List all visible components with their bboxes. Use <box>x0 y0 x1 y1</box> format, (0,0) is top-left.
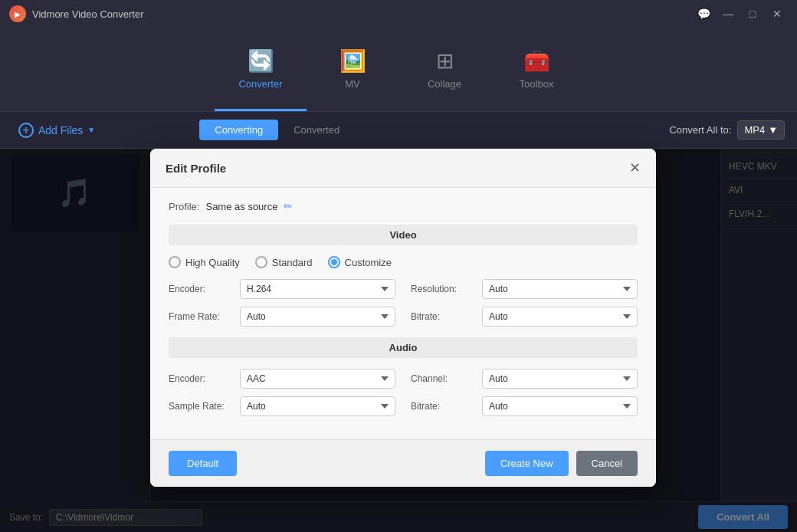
profile-value: Same as source <box>205 201 277 212</box>
frame-rate-label: Frame Rate: <box>169 311 234 322</box>
resolution-row: Resolution: Auto <box>411 279 638 299</box>
nav-label-collage: Collage <box>428 78 461 90</box>
app-title: Vidmore Video Converter <box>32 8 144 20</box>
nav-item-toolbox[interactable]: 🧰 Toolbox <box>490 34 582 111</box>
footer-right: Create New Cancel <box>485 451 638 476</box>
frame-rate-select[interactable]: Auto <box>240 307 395 327</box>
default-button[interactable]: Default <box>169 451 237 476</box>
cancel-button[interactable]: Cancel <box>576 451 638 476</box>
profile-label: Profile: <box>169 201 199 212</box>
resolution-label: Resolution: <box>411 284 476 294</box>
add-files-dropdown-icon[interactable]: ▼ <box>87 126 95 134</box>
frame-rate-row: Frame Rate: Auto <box>169 307 395 327</box>
audio-bitrate-select[interactable]: Auto <box>482 396 638 416</box>
quality-customize[interactable]: Customize <box>328 256 392 268</box>
nav-item-converter[interactable]: 🔄 Converter <box>215 34 307 111</box>
profile-row: Profile: Same as source ✏ <box>169 200 638 212</box>
edit-profile-icon[interactable]: ✏ <box>284 200 293 212</box>
modal-close-button[interactable]: ✕ <box>629 159 641 176</box>
audio-bitrate-label: Bitrate: <box>411 401 476 412</box>
toolbox-icon: 🧰 <box>523 48 550 74</box>
close-button[interactable]: ✕ <box>766 5 788 22</box>
tab-group: Converting Converted <box>199 120 355 140</box>
title-bar: ▶ Vidmore Video Converter 💬 — □ ✕ <box>0 0 797 28</box>
add-files-label: Add Files <box>38 124 83 136</box>
nav-item-collage[interactable]: ⊞ Collage <box>398 34 490 111</box>
mv-icon: 🖼️ <box>339 48 366 74</box>
sample-rate-label: Sample Rate: <box>169 401 234 412</box>
sample-rate-row: Sample Rate: Auto <box>169 396 395 416</box>
quality-high[interactable]: High Quality <box>169 256 240 268</box>
quality-standard[interactable]: Standard <box>255 256 313 268</box>
video-encoder-row: Encoder: H.264 <box>169 279 395 299</box>
radio-customize-inner <box>331 259 337 265</box>
format-dropdown-icon: ▼ <box>768 124 778 136</box>
create-new-button[interactable]: Create New <box>485 451 569 476</box>
main-content: 🎵 :45 MP4 ▼ ℹ 📹 720P Encoder: H.264 Reso… <box>0 149 797 532</box>
chat-button[interactable]: 💬 <box>693 5 714 22</box>
video-section-title: Video <box>169 225 638 245</box>
modal-overlay: Edit Profile ✕ Profile: Same as source ✏… <box>0 149 797 532</box>
plus-icon: + <box>18 123 34 138</box>
audio-encoder-row: Encoder: AAC <box>169 369 395 389</box>
convert-all-label: Convert All to: <box>669 124 731 136</box>
edit-profile-modal: Edit Profile ✕ Profile: Same as source ✏… <box>150 149 656 487</box>
quality-options: High Quality Standard Customize <box>169 256 638 268</box>
radio-high <box>169 256 181 268</box>
sample-rate-select[interactable]: Auto <box>240 396 395 416</box>
video-bitrate-label: Bitrate: <box>411 311 476 322</box>
nav-item-mv[interactable]: 🖼️ MV <box>307 34 398 111</box>
minimize-button[interactable]: — <box>717 5 739 22</box>
radio-standard <box>255 256 267 268</box>
quality-customize-label: Customize <box>345 257 392 268</box>
audio-bitrate-row: Bitrate: Auto <box>411 396 638 416</box>
channel-row: Channel: Auto <box>411 369 638 389</box>
nav-bar: 🔄 Converter 🖼️ MV ⊞ Collage 🧰 Toolbox <box>0 28 797 112</box>
modal-header: Edit Profile ✕ <box>150 149 656 188</box>
modal-title: Edit Profile <box>166 162 226 175</box>
radio-customize <box>328 256 340 268</box>
video-bitrate-select[interactable]: Auto <box>482 307 638 327</box>
resolution-select[interactable]: Auto <box>482 279 638 299</box>
format-select[interactable]: MP4 ▼ <box>737 120 785 140</box>
audio-form-grid: Encoder: AAC Channel: Auto Sample Rate: <box>169 369 638 416</box>
add-files-button[interactable]: + Add Files ▼ <box>12 120 101 141</box>
channel-label: Channel: <box>411 373 476 384</box>
maximize-button[interactable]: □ <box>742 5 763 22</box>
video-form-grid: Encoder: H.264 Resolution: Auto Frame Ra… <box>169 279 638 327</box>
tab-converted[interactable]: Converted <box>278 120 355 140</box>
audio-section-title: Audio <box>169 337 638 358</box>
tab-converting[interactable]: Converting <box>199 120 278 140</box>
quality-high-label: High Quality <box>185 257 240 268</box>
audio-encoder-select[interactable]: AAC <box>240 369 395 389</box>
modal-footer: Default Create New Cancel <box>150 439 656 487</box>
nav-label-mv: MV <box>345 78 360 90</box>
title-bar-left: ▶ Vidmore Video Converter <box>9 5 144 22</box>
toolbar: + Add Files ▼ Converting Converted Conve… <box>0 112 797 149</box>
video-bitrate-row: Bitrate: Auto <box>411 307 638 327</box>
nav-label-toolbox: Toolbox <box>520 78 554 90</box>
app-icon: ▶ <box>9 5 26 22</box>
convert-all-group: Convert All to: MP4 ▼ <box>669 120 785 140</box>
video-encoder-label: Encoder: <box>169 284 234 294</box>
channel-select[interactable]: Auto <box>482 369 638 389</box>
audio-encoder-label: Encoder: <box>169 373 234 384</box>
nav-label-converter: Converter <box>238 78 282 90</box>
modal-body: Profile: Same as source ✏ Video High Qua… <box>150 188 656 439</box>
collage-icon: ⊞ <box>436 48 454 74</box>
format-value: MP4 <box>744 124 765 136</box>
quality-standard-label: Standard <box>272 257 313 268</box>
converter-icon: 🔄 <box>248 48 274 74</box>
video-encoder-select[interactable]: H.264 <box>240 279 395 299</box>
title-bar-right: 💬 — □ ✕ <box>693 5 788 22</box>
